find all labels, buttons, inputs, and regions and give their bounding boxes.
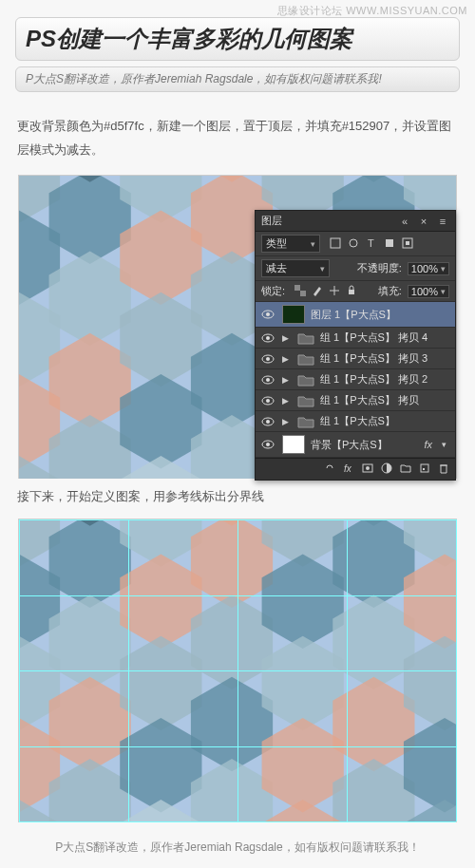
folder-icon	[297, 352, 314, 366]
new-layer-icon[interactable]	[419, 462, 430, 476]
svg-point-55	[266, 399, 270, 403]
layer-label: 组 1【P大点S】	[320, 414, 451, 428]
layer-label: 组 1【P大点S】 拷贝 4	[320, 330, 451, 345]
opacity-value: 100%	[411, 263, 438, 274]
lock-all-icon[interactable]	[346, 285, 357, 298]
new-group-icon[interactable]	[400, 462, 411, 476]
svg-rect-44	[300, 291, 306, 296]
chevron-down-icon: ▾	[311, 239, 315, 249]
lock-label: 锁定:	[261, 284, 285, 298]
layer-thumbnail	[282, 305, 305, 324]
filter-pixel-icon[interactable]	[330, 237, 341, 251]
layer-thumbnail	[282, 435, 305, 454]
footer-text: P大点S翻译改造，原作者Jeremiah Ragsdale，如有版权问题请联系我…	[0, 822, 475, 868]
figure-1: 图层 « × ≡ 类型 ▾ T 减去 ▾ 不透明度:	[18, 175, 457, 479]
layer-label: 组 1【P大点S】 拷贝	[320, 393, 451, 407]
folder-icon	[297, 394, 314, 407]
paragraph-1: 更改背景颜色为#d5f7fc，新建一个图层，置于顶层，并填充#152907，并设…	[0, 102, 475, 175]
expand-triangle-icon[interactable]: ▶	[282, 375, 292, 385]
layer-item[interactable]: ▶组 1【P大点S】 拷贝	[256, 390, 455, 411]
panel-titlebar: 图层 « × ≡	[256, 211, 455, 232]
expand-triangle-icon[interactable]: ▶	[282, 354, 292, 364]
paragraph-2: 接下来，开始定义图案，用参考线标出分界线	[0, 479, 475, 519]
lock-position-icon[interactable]	[329, 285, 340, 298]
expand-triangle-icon[interactable]: ▶	[282, 396, 292, 406]
layer-mask-icon[interactable]	[362, 462, 373, 476]
layer-item[interactable]: ▶组 1【P大点S】 拷贝 2	[256, 369, 455, 390]
lock-transparency-icon[interactable]	[294, 285, 306, 298]
page-title: PS创建一个丰富多彩的几何图案	[15, 17, 460, 61]
layer-label: 组 1【P大点S】 拷贝 3	[320, 351, 451, 366]
svg-point-47	[266, 312, 270, 316]
type-filter-row: 类型 ▾ T	[256, 232, 455, 256]
blend-row: 减去 ▾ 不透明度: 100% ▾	[256, 256, 455, 281]
visibility-eye-icon[interactable]	[259, 394, 276, 407]
lock-paint-icon[interactable]	[312, 285, 323, 298]
visibility-eye-icon[interactable]	[259, 415, 276, 428]
layer-item[interactable]: 图层 1【P大点S】	[256, 302, 455, 328]
layer-item[interactable]: 背景【P大点S】fx▾	[256, 432, 455, 458]
filter-smart-icon[interactable]	[402, 237, 413, 251]
panel-tab-label[interactable]: 图层	[261, 214, 392, 228]
fill-label: 填充:	[378, 284, 402, 298]
blend-mode-select[interactable]: 减去 ▾	[261, 259, 330, 277]
layers-panel: 图层 « × ≡ 类型 ▾ T 减去 ▾ 不透明度:	[255, 210, 456, 481]
opacity-label: 不透明度:	[357, 261, 402, 275]
layer-style-icon[interactable]: fx	[343, 462, 354, 476]
svg-rect-39	[386, 239, 393, 247]
chevron-down-icon: ▾	[441, 264, 446, 274]
svg-point-62	[366, 466, 370, 470]
layer-item[interactable]: ▶组 1【P大点S】	[256, 411, 455, 432]
fill-value: 100%	[411, 286, 438, 297]
layer-label: 背景【P大点S】	[311, 438, 418, 452]
folder-icon	[297, 415, 314, 428]
filter-shape-icon[interactable]	[384, 237, 395, 251]
layer-item[interactable]: ▶组 1【P大点S】 拷贝 3	[256, 349, 455, 369]
link-layers-icon[interactable]	[324, 462, 335, 476]
collapse-arrows-icon[interactable]: «	[398, 215, 411, 228]
expand-triangle-icon[interactable]: ▶	[282, 417, 292, 426]
watermark-text: 思缘设计论坛 WWW.MISSYUAN.COM	[277, 4, 467, 18]
fx-indicator[interactable]: fx	[424, 439, 436, 450]
filter-type-icon[interactable]: T	[366, 237, 377, 251]
svg-point-53	[266, 378, 270, 382]
layer-label: 图层 1【P大点S】	[311, 308, 451, 322]
svg-rect-36	[331, 238, 340, 248]
visibility-eye-icon[interactable]	[259, 352, 276, 366]
filter-type-select[interactable]: 类型 ▾	[261, 235, 320, 253]
blend-mode-value: 减去	[266, 261, 287, 275]
svg-rect-45	[349, 290, 354, 294]
svg-rect-41	[406, 241, 409, 245]
panel-footer: fx	[256, 458, 455, 480]
folder-icon	[297, 331, 314, 345]
svg-text:fx: fx	[344, 463, 352, 474]
visibility-eye-icon[interactable]	[259, 438, 276, 451]
layers-list: 图层 1【P大点S】▶组 1【P大点S】 拷贝 4▶组 1【P大点S】 拷贝 3…	[256, 302, 455, 458]
panel-menu-icon[interactable]: ≡	[436, 215, 449, 228]
guide-vertical	[456, 519, 457, 821]
chevron-down-icon: ▾	[441, 287, 446, 296]
chevron-down-icon[interactable]: ▾	[442, 440, 451, 449]
layer-item[interactable]: ▶组 1【P大点S】 拷贝 4	[256, 328, 455, 349]
chevron-down-icon: ▾	[320, 264, 325, 274]
filter-adjust-icon[interactable]	[348, 237, 359, 251]
svg-rect-65	[423, 468, 425, 470]
visibility-eye-icon[interactable]	[259, 308, 276, 321]
expand-triangle-icon[interactable]: ▶	[282, 333, 292, 343]
visibility-eye-icon[interactable]	[259, 373, 276, 387]
close-icon[interactable]: ×	[417, 215, 430, 228]
filter-type-label: 类型	[266, 236, 287, 251]
delete-layer-icon[interactable]	[438, 462, 449, 476]
svg-point-59	[266, 443, 270, 446]
svg-point-49	[266, 336, 270, 340]
svg-point-37	[350, 239, 357, 247]
svg-point-57	[266, 420, 270, 424]
lock-row: 锁定: 填充: 100% ▾	[256, 281, 455, 302]
adjustment-layer-icon[interactable]	[381, 462, 392, 476]
fill-input[interactable]: 100% ▾	[408, 285, 449, 298]
svg-rect-43	[294, 285, 300, 291]
figure-2	[18, 519, 457, 822]
opacity-input[interactable]: 100% ▾	[408, 262, 449, 275]
hex-pattern-2	[19, 519, 456, 822]
visibility-eye-icon[interactable]	[259, 331, 276, 345]
